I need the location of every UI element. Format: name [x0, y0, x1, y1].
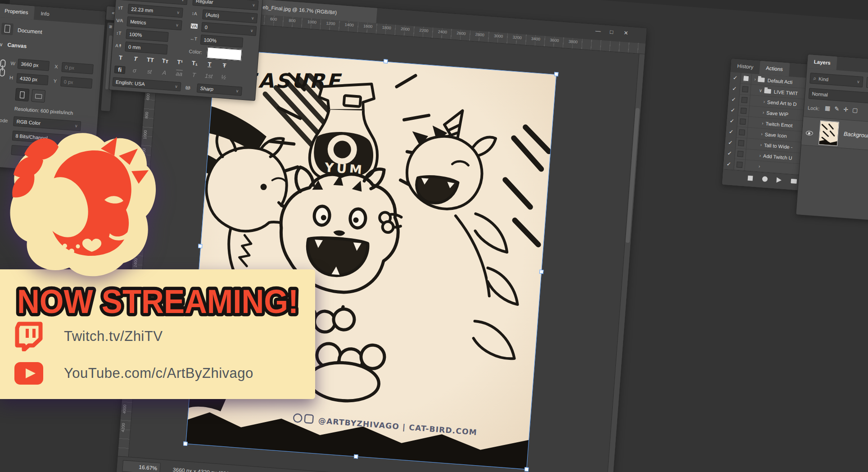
action-dialog-toggle[interactable] [737, 127, 748, 139]
font-style-select[interactable]: Regular∨ [192, 0, 258, 10]
lock-transparency-icon[interactable]: ▦ [825, 104, 831, 112]
ligatures-toggle[interactable]: fi [114, 66, 126, 74]
lock-paint-icon[interactable]: ✎ [834, 105, 840, 113]
transform-handle[interactable] [198, 244, 203, 249]
expand-arrow-icon[interactable]: › [761, 132, 763, 136]
stylistic-alternates-toggle[interactable]: aa [173, 70, 185, 78]
action-dialog-toggle[interactable] [734, 159, 746, 171]
all-caps-toggle[interactable]: TT [145, 56, 156, 64]
ordinals-toggle[interactable]: 1st [203, 72, 214, 81]
expand-arrow-icon[interactable]: › [759, 163, 760, 168]
antialias-select[interactable]: Sharp∨ [197, 83, 242, 95]
font-size-select[interactable]: 22.23 mm∨ [128, 4, 183, 18]
action-check-icon[interactable]: ✓ [727, 104, 739, 116]
blend-mode-select[interactable]: Normal∨ [809, 88, 868, 104]
tab-actions[interactable]: Actions [759, 61, 790, 77]
text-color-swatch[interactable] [207, 47, 243, 61]
canvas-collapse-icon[interactable]: ∨ [0, 41, 3, 48]
play-icon[interactable] [776, 177, 782, 183]
expand-arrow-icon[interactable]: › [754, 77, 756, 82]
action-dialog-toggle[interactable] [741, 73, 752, 85]
height-field[interactable]: 4320 px [16, 73, 48, 85]
expand-arrow-icon[interactable]: › [762, 121, 764, 126]
lock-artboard-icon[interactable]: ▢ [852, 107, 858, 114]
lock-position-icon[interactable]: ✛ [843, 106, 849, 113]
expand-arrow-icon[interactable]: › [760, 142, 762, 147]
new-folder-icon[interactable] [791, 179, 797, 184]
expand-arrow-icon[interactable]: › [763, 110, 764, 115]
strikethrough-toggle[interactable]: Ŧ [219, 62, 230, 69]
kerning-select[interactable]: Metrics∨ [127, 16, 182, 30]
record-icon[interactable] [762, 176, 768, 182]
action-dialog-toggle[interactable] [737, 116, 749, 128]
action-dialog-toggle[interactable] [740, 84, 751, 95]
twitch-link-row[interactable]: Twitch.tv/ZhiTV [14, 322, 163, 351]
action-check-icon[interactable]: ✓ [729, 83, 741, 95]
language-select[interactable]: English: USA∨ [112, 77, 181, 91]
link-dimensions-icon[interactable] [0, 59, 6, 77]
minimize-icon[interactable]: — [593, 27, 603, 35]
action-check-icon[interactable]: ✓ [728, 94, 740, 105]
baseline-shift-field[interactable]: 0 mm [125, 41, 167, 54]
fractions-toggle[interactable]: ½ [218, 73, 229, 82]
collapse-panel-icon[interactable]: « [112, 10, 115, 15]
landscape-orientation-button[interactable] [31, 89, 45, 103]
vertical-scale-field[interactable]: 100% [126, 29, 168, 42]
maximize-icon[interactable]: □ [606, 28, 617, 36]
portrait-orientation-button[interactable] [15, 88, 29, 101]
small-caps-toggle[interactable]: Tᴛ [159, 57, 171, 65]
layer-row-background[interactable]: Background [801, 117, 868, 153]
layer-visibility-icon[interactable] [806, 131, 814, 136]
transform-handle[interactable] [554, 72, 559, 77]
zoom-level-field[interactable]: 16.67% [122, 460, 161, 472]
swash-toggle[interactable]: A [158, 69, 170, 77]
superscript-toggle[interactable]: T¹ [174, 58, 185, 66]
transform-handle[interactable] [384, 59, 388, 64]
width-field[interactable]: 3660 px [18, 59, 50, 71]
x-field[interactable]: 0 px [61, 62, 93, 74]
horizontal-scale-field[interactable]: 100% [200, 35, 243, 48]
expand-arrow-icon[interactable]: ∨ [759, 88, 762, 93]
layer-name[interactable]: Background [843, 131, 868, 139]
faux-italic-toggle[interactable]: T [130, 55, 141, 63]
tab-properties[interactable]: Properties [0, 4, 35, 20]
faux-bold-toggle[interactable]: T [115, 54, 127, 62]
transform-handle[interactable] [183, 441, 188, 446]
stop-icon[interactable] [748, 176, 753, 181]
action-check-icon[interactable]: ✓ [723, 159, 735, 170]
expand-arrow-icon[interactable]: › [763, 99, 765, 104]
tab-info[interactable]: Info [34, 6, 56, 21]
titling-alternates-toggle[interactable]: T [188, 71, 199, 80]
tracking-select[interactable]: 0∨ [201, 22, 257, 36]
transform-handle[interactable] [524, 467, 529, 472]
discretionary-ligatures-toggle[interactable]: st [144, 68, 155, 76]
y-field[interactable]: 0 px [60, 77, 92, 89]
tab-history[interactable]: History [731, 59, 760, 74]
action-dialog-toggle[interactable] [735, 148, 746, 160]
transform-handle[interactable] [539, 270, 544, 274]
layer-thumbnail[interactable] [818, 120, 839, 146]
action-check-icon[interactable]: ✓ [726, 126, 737, 138]
filter-pixel-layers-button[interactable] [866, 77, 868, 89]
action-dialog-toggle[interactable] [739, 95, 750, 106]
panel-menu-icon[interactable]: ≡ [109, 23, 113, 30]
chevron-down-icon: ∨ [251, 16, 254, 20]
underline-toggle[interactable]: T [204, 60, 215, 68]
action-check-icon[interactable]: ✓ [724, 148, 736, 159]
artwork-canvas[interactable]: TREASURE YUM [185, 49, 556, 470]
transform-handle[interactable] [354, 454, 358, 459]
color-label: Color: [189, 49, 202, 55]
close-icon[interactable]: ✕ [621, 30, 631, 37]
expand-arrow-icon[interactable]: › [759, 153, 761, 158]
action-check-icon[interactable]: ✓ [730, 72, 741, 84]
youtube-link-row[interactable]: YouTube.com/c/ArtByZhivago [14, 362, 253, 385]
action-check-icon[interactable]: ✓ [727, 115, 738, 127]
layer-filter-select[interactable]: ⌕ Kind ∨ [809, 73, 863, 87]
action-dialog-toggle[interactable] [736, 138, 747, 150]
action-dialog-toggle[interactable] [738, 105, 750, 117]
contextual-alternates-toggle[interactable]: σ [129, 67, 140, 75]
tab-layers[interactable]: Layers [807, 54, 837, 70]
subscript-toggle[interactable]: T₁ [189, 59, 200, 67]
leading-select[interactable]: (Auto)∨ [202, 9, 258, 23]
action-check-icon[interactable]: ✓ [725, 137, 737, 149]
